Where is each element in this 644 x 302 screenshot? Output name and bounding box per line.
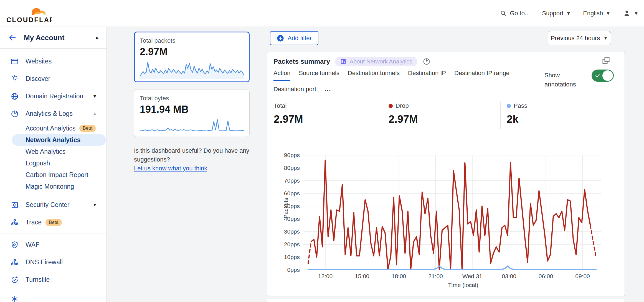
feedback-block: Is this dashboard useful? Do you have an… — [134, 146, 253, 173]
chevron-down-icon: ▼ — [606, 11, 610, 16]
sidebar-item-dns-firewall[interactable]: DNS Firewall — [0, 254, 107, 271]
chevron-down-icon: ▼ — [92, 94, 97, 99]
shield-gear-icon — [11, 241, 19, 249]
chevron-down-icon: ▼ — [566, 11, 571, 16]
stat-drop-value: 2.97M — [389, 113, 500, 125]
add-filter-button[interactable]: Add filter — [270, 31, 318, 45]
card-title: Total bytes — [140, 95, 244, 102]
account-switcher[interactable]: My Account ▸ — [0, 27, 107, 49]
time-range-dropdown[interactable]: Previous 24 hours ▼ — [548, 31, 611, 45]
packets-summary-panel: Packets summary About Network Analytics … — [267, 52, 625, 296]
tab-destination-port[interactable]: Destination port — [273, 86, 316, 96]
pie-chart-icon — [11, 110, 19, 118]
sidebar-item-turnstile[interactable]: Turnstile — [0, 271, 107, 288]
language-menu[interactable]: English ▼ — [583, 10, 610, 17]
panel-title: Packets summary — [273, 58, 330, 65]
toggle-knob — [602, 70, 613, 81]
spark-icon — [11, 295, 19, 302]
divider — [0, 234, 107, 234]
feedback-link[interactable]: Let us know what you think — [134, 165, 207, 172]
chevron-down-icon: ▼ — [634, 11, 638, 16]
feedback-question: Is this dashboard useful? Do you have an… — [134, 146, 253, 164]
top-bar: CLOUDFLARE Go to... Support ▼ English ▼ — [0, 0, 644, 27]
search-icon — [500, 10, 507, 17]
account-title: My Account — [24, 34, 96, 42]
tab-destination-ip[interactable]: Destination IP — [408, 70, 446, 81]
stat-pass: Pass 2k — [500, 102, 617, 129]
stat-pass-value: 2k — [507, 113, 617, 125]
sidebar-item-trace[interactable]: Trace Beta — [0, 214, 107, 231]
tab-destination-tunnels[interactable]: Destination tunnels — [348, 70, 400, 81]
tab-action[interactable]: Action — [273, 70, 290, 81]
total-packets-card[interactable]: Total packets 2.97M — [134, 32, 250, 82]
total-bytes-card[interactable]: Total bytes 191.94 MB — [134, 89, 250, 137]
globe-icon — [11, 92, 19, 101]
chart-plot-area — [303, 155, 601, 270]
user-menu[interactable]: ▼ — [623, 9, 638, 17]
packets-chart: Packets Time (local) 0pps10pps20pps30pps… — [267, 144, 625, 293]
show-annotations-label: Show annotations — [544, 71, 582, 89]
cloudflare-logo[interactable]: CLOUDFLARE — [5, 2, 52, 24]
total-packets-sparkline — [140, 61, 244, 79]
pie-timer-icon[interactable] — [422, 57, 431, 66]
sidebar-item-logpush[interactable]: Logpush — [0, 157, 107, 169]
stat-total-value: 2.97M — [274, 113, 383, 125]
goto-label: Go to... — [510, 10, 530, 17]
stat-drop: Drop 2.97M — [383, 102, 500, 129]
pass-series-dot — [507, 104, 511, 108]
book-icon — [340, 58, 347, 65]
divider — [0, 291, 107, 291]
beta-badge: Beta — [45, 219, 62, 226]
user-icon — [623, 9, 631, 17]
x-axis-title: Time (local) — [435, 282, 491, 288]
trace-flow-icon — [11, 218, 19, 227]
stat-total: Total 2.97M — [267, 102, 383, 129]
dimension-tabs: Action Source tunnels Destination tunnel… — [273, 70, 529, 96]
plus-circle-icon — [277, 34, 284, 42]
about-network-analytics-badge[interactable]: About Network Analytics — [335, 57, 417, 66]
sidebar-item-account-analytics[interactable]: Account Analytics Beta — [0, 122, 107, 134]
sidebar-item-web-analytics[interactable]: Web Analytics — [0, 146, 107, 157]
sidebar-item-analytics-logs[interactable]: Analytics & Logs ▲ — [0, 105, 107, 122]
drop-series-dot — [389, 104, 393, 108]
expand-icon[interactable] — [601, 56, 611, 65]
total-bytes-sparkline — [140, 119, 244, 132]
sidebar-item-partial[interactable] — [0, 293, 107, 302]
sidebar-item-domain-registration[interactable]: Domain Registration ▼ — [0, 88, 107, 105]
chevron-up-icon: ▲ — [92, 111, 97, 116]
sidebar-item-discover[interactable]: Discover — [0, 70, 107, 88]
support-menu[interactable]: Support ▼ — [542, 10, 571, 17]
sidebar: My Account ▸ Websites Discover — [0, 27, 107, 302]
hierarchy-icon — [11, 258, 19, 267]
back-arrow-icon[interactable] — [8, 34, 17, 42]
chevron-down-icon: ▼ — [92, 203, 97, 207]
brand-text: CLOUDFLARE — [6, 16, 52, 24]
card-value: 2.97M — [140, 46, 244, 58]
stats-row: Total 2.97M Drop 2.97M Pass 2k — [267, 102, 625, 129]
goto-search[interactable]: Go to... — [500, 10, 530, 17]
show-annotations-toggle[interactable] — [592, 70, 614, 82]
refresh-check-icon — [11, 276, 19, 284]
card-title: Total packets — [140, 37, 244, 44]
tab-destination-ip-range[interactable]: Destination IP range — [454, 70, 509, 81]
beta-badge: Beta — [79, 125, 96, 132]
sidebar-item-waf[interactable]: WAF — [0, 236, 107, 254]
browser-window-icon — [11, 57, 19, 66]
sidebar-item-network-analytics[interactable]: Network Analytics — [12, 134, 106, 146]
sidebar-item-magic-monitoring[interactable]: Magic Monitoring — [0, 181, 107, 192]
next-panel-sliver — [267, 299, 625, 302]
check-icon — [594, 73, 600, 78]
sidebar-item-carbon-impact-report[interactable]: Carbon Impact Report — [0, 169, 107, 181]
card-value: 191.94 MB — [140, 104, 244, 115]
lightbulb-icon — [11, 75, 19, 83]
sidebar-item-security-center[interactable]: Security Center ▼ — [0, 196, 107, 214]
chevron-down-icon: ▼ — [603, 36, 608, 40]
sidebar-item-websites[interactable]: Websites — [0, 53, 107, 70]
tab-source-tunnels[interactable]: Source tunnels — [299, 70, 339, 81]
safe-icon — [11, 201, 19, 209]
chevron-right-icon[interactable]: ▸ — [96, 34, 99, 41]
more-tabs-button[interactable]: ... — [324, 86, 331, 96]
